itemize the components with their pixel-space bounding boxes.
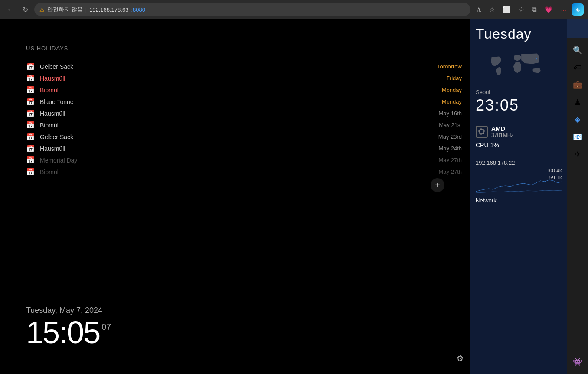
settings-button[interactable]: ⚙ (453, 351, 467, 365)
widget-panel: Tuesday Seoul (470, 19, 567, 374)
settings-icon: ⚙ (457, 354, 464, 363)
briefcase-icon: 💼 (573, 80, 582, 90)
calendar-icon: 📅 (26, 144, 35, 153)
event-date: Friday (446, 75, 462, 81)
network-graph: 100.4k 59.1k (476, 168, 562, 194)
calendar-title: US HOLIDAYS (26, 45, 462, 55)
svg-rect-1 (480, 130, 484, 134)
clock-time: 15:05 07 (26, 317, 111, 348)
back-button[interactable]: ← (4, 4, 16, 15)
event-name: Biomüll (40, 169, 434, 176)
copilot-sidebar-icon: ◈ (575, 115, 581, 124)
network-upload-value: 100.4k (546, 168, 562, 174)
widget-divider-2 (476, 154, 562, 154)
event-date: May 23rd (438, 133, 462, 140)
clock-date: Tuesday, May 7, 2024 (26, 306, 111, 315)
calendar-icon: 📅 (26, 109, 35, 117)
extensions-button[interactable]: ··· (558, 4, 569, 15)
security-warning-text: 안전하지 않음 (47, 6, 83, 13)
feedback-button[interactable]: 💗 (542, 4, 555, 15)
event-name: Memorial Day (40, 157, 434, 164)
sidebar-item-character[interactable]: 👾 (570, 354, 585, 370)
list-item: 📅 Biomüll May 27th (26, 168, 462, 176)
clock-main-time: 15:05 (26, 317, 100, 348)
calendar-icon: 📅 (26, 121, 35, 129)
split-view-button[interactable]: ⬜ (500, 4, 513, 15)
search-icon: 🔍 (573, 46, 582, 55)
sidebar-item-chess[interactable]: ♟ (570, 94, 585, 110)
url-port: :8080 (131, 7, 145, 13)
network-label: Network (476, 197, 562, 204)
copilot-icon[interactable]: ◈ (572, 3, 584, 16)
calendar-icon: 📅 (26, 133, 35, 141)
event-date: May 21st (439, 122, 462, 128)
widget-divider-1 (476, 120, 562, 120)
widget-cpu: AMD 3701MHz CPU 1% (476, 125, 562, 149)
event-date: May 24th (439, 145, 462, 152)
list-item: 📅 Blaue Tonne Monday (26, 98, 462, 106)
telegram-icon: ✈ (575, 150, 581, 159)
browser-content: US HOLIDAYS 📅 Gelber Sack Tomorrow 📅 Hau… (0, 19, 470, 374)
url-base: 192.168.178.63 (89, 7, 128, 13)
cpu-info: AMD 3701MHz (491, 125, 562, 138)
calendar-section: US HOLIDAYS 📅 Gelber Sack Tomorrow 📅 Hau… (0, 19, 470, 185)
chip-svg (478, 128, 486, 136)
widget-network: 192.168.178.22 100.4k 59.1k Network (476, 159, 562, 204)
city-time: 23:05 (476, 96, 562, 114)
clock-section: Tuesday, May 7, 2024 15:05 07 (26, 306, 111, 348)
list-item: 📅 Gelber Sack May 23rd (26, 133, 462, 141)
event-name: Gelber Sack (40, 133, 433, 140)
add-widget-button[interactable]: + (431, 178, 444, 192)
address-bar[interactable]: ⚠ 안전하지 않음 | 192.168.178.63 :8080 (34, 3, 470, 16)
event-date: May 16th (439, 110, 462, 117)
sidebar-item-search[interactable]: 🔍 (570, 42, 585, 58)
event-name: Hausmüll (40, 75, 441, 82)
calendar-icon: 📅 (26, 74, 35, 82)
list-item: 📅 Biomüll Monday (26, 86, 462, 94)
event-date: May 27th (439, 157, 462, 163)
calendar-icon: 📅 (26, 86, 35, 94)
workspaces-button[interactable]: ⧉ (529, 4, 539, 15)
sidebar-item-tag[interactable]: 🏷 (570, 60, 585, 75)
collections-button[interactable]: ☆ (516, 4, 527, 15)
event-date: Tomorrow (437, 63, 462, 70)
calendar-items: 📅 Gelber Sack Tomorrow 📅 Hausmüll Friday… (26, 62, 462, 176)
event-date: Monday (442, 87, 462, 93)
tag-icon: 🏷 (574, 63, 581, 72)
event-name: Hausmüll (40, 145, 434, 152)
sidebar-item-briefcase[interactable]: 💼 (570, 77, 585, 93)
network-download-value: 59.1k (549, 175, 562, 181)
browser-actions: 𝐀 ☆ ⬜ ☆ ⧉ 💗 ··· ◈ (474, 3, 584, 16)
event-date: May 27th (439, 169, 462, 175)
list-item: 📅 Gelber Sack Tomorrow (26, 62, 462, 71)
list-item: 📅 Hausmüll Friday (26, 74, 462, 82)
sidebar-icons: 🔍 🏷 💼 ♟ ◈ 📧 ✈ 👾 (567, 38, 588, 374)
event-name: Biomüll (40, 87, 437, 94)
calendar-icon: 📅 (26, 168, 35, 176)
city-name: Seoul (476, 89, 562, 95)
widget-map (476, 49, 562, 84)
clock-seconds: 07 (101, 322, 111, 332)
cpu-usage-label: CPU 1% (476, 142, 562, 149)
cpu-chip-icon (476, 126, 488, 138)
event-name: Gelber Sack (40, 63, 432, 70)
chess-icon: ♟ (574, 98, 581, 107)
sidebar-item-outlook[interactable]: 📧 (570, 129, 585, 145)
sidebar-item-telegram[interactable]: ✈ (570, 146, 585, 162)
calendar-icon: 📅 (26, 62, 35, 71)
cpu-speed: 3701MHz (491, 132, 562, 138)
list-item: 📅 Hausmüll May 16th (26, 109, 462, 117)
favorite-button[interactable]: ☆ (487, 4, 497, 15)
calendar-icon: 📅 (26, 156, 35, 164)
outlook-icon: 📧 (573, 132, 582, 142)
sidebar-item-copilot[interactable]: ◈ (570, 112, 585, 127)
reload-button[interactable]: ↻ (20, 4, 31, 16)
event-date: Monday (442, 98, 462, 105)
widget-day-header: Tuesday (476, 26, 562, 42)
calendar-icon: 📅 (26, 98, 35, 106)
list-item: 📅 Hausmüll May 24th (26, 144, 462, 153)
translate-button[interactable]: 𝐀 (474, 4, 484, 15)
world-map-svg (476, 51, 562, 81)
svg-point-0 (536, 58, 537, 60)
cpu-brand: AMD (491, 125, 562, 132)
